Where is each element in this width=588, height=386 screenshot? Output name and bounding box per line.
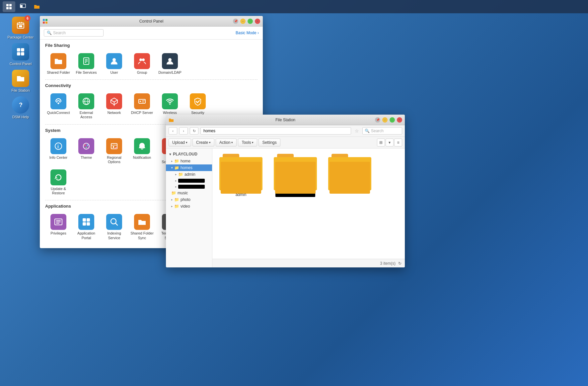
cp-icon-info-center[interactable]: i Info Center xyxy=(45,136,72,166)
cp-icon-network[interactable]: Network xyxy=(101,91,127,121)
svg-rect-53 xyxy=(87,218,90,222)
fs-view-option-btn[interactable]: ▾ xyxy=(386,139,394,146)
fs-search-icon: 🔍 xyxy=(365,129,370,133)
fs-toolbar: ‹ › ↻ ☆ 🔍 Search xyxy=(166,125,405,137)
fs-maximize-btn[interactable]: □ xyxy=(390,117,395,123)
cp-close-btn[interactable]: × xyxy=(255,19,260,24)
fs-refresh-icon[interactable]: ↻ xyxy=(398,261,402,266)
fs-bookmark-btn[interactable]: ☆ xyxy=(353,127,360,135)
cp-icon-domain-ldap[interactable]: AD Domain/LDAP xyxy=(157,51,183,77)
fs-minimize-btn[interactable]: − xyxy=(382,117,388,123)
svg-rect-54 xyxy=(83,222,86,226)
control-panel-controls: 📌 − □ × xyxy=(233,19,260,24)
desktop-icon-package-center[interactable]: 6 Package Center xyxy=(7,17,34,40)
fs-title-icon xyxy=(169,117,174,123)
fs-search-box[interactable]: 🔍 Search xyxy=(362,127,402,135)
file-station-label: File Station xyxy=(11,88,30,93)
upload-arrow-icon: ▾ xyxy=(186,141,187,144)
fs-actions-bar: Upload ▾ Create ▾ Action ▾ Tools ▾ Setti… xyxy=(166,137,405,148)
cp-maximize-btn[interactable]: □ xyxy=(248,19,253,24)
fs-settings-btn[interactable]: Settings xyxy=(258,139,280,146)
fs-tree-music[interactable]: 📁 music xyxy=(166,190,212,196)
cp-icon-user[interactable]: User xyxy=(101,51,127,77)
cp-icon-notification[interactable]: Notification xyxy=(129,136,155,166)
fs-tools-btn[interactable]: Tools ▾ xyxy=(238,139,257,146)
fs-address-bar[interactable] xyxy=(200,127,351,135)
cp-label-file-services: File Services xyxy=(76,70,97,75)
svg-rect-13 xyxy=(43,19,45,21)
cp-icon-shared-folder-sync[interactable]: Shared Folder Sync xyxy=(129,212,155,242)
fs-root-label: ▼ PLAYCLOUD xyxy=(166,150,212,158)
music-folder-icon: 📁 xyxy=(171,191,176,195)
home-arrow-icon: ▸ xyxy=(171,159,173,163)
fs-close-btn[interactable]: × xyxy=(397,117,402,123)
fs-tree-admin[interactable]: ▸ 📁 admin xyxy=(166,171,212,178)
cp-mode-link[interactable]: Basic Mode › xyxy=(236,31,259,35)
taskbar-btn-window[interactable] xyxy=(17,1,29,12)
svg-point-23 xyxy=(142,58,145,61)
fs-list-view-btn[interactable]: ≡ xyxy=(394,139,402,146)
file-station-title: File Station xyxy=(275,118,295,122)
svg-line-57 xyxy=(115,223,117,225)
fs-upload-btn[interactable]: Upload ▾ xyxy=(169,139,191,146)
cp-label-shared-folder: Shared Folder xyxy=(47,70,70,75)
svg-rect-1 xyxy=(9,4,12,6)
cp-icon-shared-folder[interactable]: Shared Folder xyxy=(45,51,72,77)
package-center-label: Package Center xyxy=(8,35,34,40)
fs-tree-video[interactable]: ▸ 📁 video xyxy=(166,203,212,210)
control-panel-title: Control Panel xyxy=(139,19,164,24)
desktop-icon-dsm-help[interactable]: ? DSM Help xyxy=(7,96,34,119)
cp-icon-group[interactable]: Group xyxy=(129,51,155,77)
svg-point-21 xyxy=(112,58,116,61)
fs-status-bar: 3 item(s) ↻ xyxy=(212,259,405,267)
fs-tree-redacted2[interactable]: ▸ xyxy=(166,184,212,190)
r2-arrow-icon: ▸ xyxy=(175,185,177,188)
file-sharing-icons: Shared Folder File Services User Group xyxy=(45,51,257,77)
taskbar-btn-grid[interactable] xyxy=(3,1,15,12)
cp-title-icon xyxy=(42,19,48,24)
cp-icon-indexing-service[interactable]: Indexing Service xyxy=(101,212,127,242)
fs-main-area: admin xyxy=(212,148,405,267)
cp-icon-update-restore[interactable]: Update & Restore xyxy=(45,167,72,197)
taskbar-btn-folder[interactable] xyxy=(31,1,43,12)
cp-icon-theme[interactable]: Theme xyxy=(73,136,100,166)
cp-icon-quickconnect[interactable]: QuickConnect xyxy=(45,91,72,121)
svg-rect-3 xyxy=(9,7,12,9)
svg-rect-5 xyxy=(20,5,23,8)
fs-refresh-btn[interactable]: ↻ xyxy=(190,127,198,135)
fs-tree-home[interactable]: ▸ 📁 home xyxy=(166,158,212,164)
fs-back-btn[interactable]: ‹ xyxy=(169,127,177,135)
photo-folder-icon: 📁 xyxy=(174,197,179,202)
fs-grid-view-btn[interactable]: ⊞ xyxy=(377,139,385,146)
cp-search-input[interactable]: 🔍 Search xyxy=(44,29,104,37)
home-folder-icon: 📁 xyxy=(174,159,179,163)
svg-rect-10 xyxy=(17,52,20,55)
fs-action-btn[interactable]: Action ▾ xyxy=(216,139,237,146)
fs-folder-redacted[interactable] xyxy=(272,154,319,197)
cp-label-application-portal: Application Portal xyxy=(74,231,98,240)
cp-icon-application-portal[interactable]: Application Portal xyxy=(73,212,100,242)
desktop-icon-file-station[interactable]: File Station xyxy=(7,70,34,93)
fs-tree-photo[interactable]: ▸ 📁 photo xyxy=(166,196,212,203)
svg-point-38 xyxy=(87,145,88,146)
cp-label-privileges: Privileges xyxy=(50,231,66,236)
cp-icon-dhcp-server[interactable]: DHCP Server xyxy=(129,91,155,121)
cp-pin-btn[interactable]: 📌 xyxy=(233,19,238,24)
fs-forward-btn[interactable]: › xyxy=(179,127,188,135)
cp-icon-external-access[interactable]: External Access xyxy=(73,91,100,121)
fs-pin-btn[interactable]: 📌 xyxy=(375,117,380,123)
cp-icon-privileges[interactable]: Privileges xyxy=(45,212,72,242)
fs-tree-homes[interactable]: ▾ 📁 homes xyxy=(166,164,212,171)
cp-icon-regional-options[interactable]: Regional Options xyxy=(101,136,127,166)
svg-point-33 xyxy=(169,103,171,105)
desktop-icon-control-panel[interactable]: Control Panel xyxy=(7,43,34,66)
cp-minimize-btn[interactable]: − xyxy=(240,19,246,24)
fs-create-btn[interactable]: Create ▾ xyxy=(192,139,214,146)
cp-label-regional-options: Regional Options xyxy=(102,155,126,164)
fs-tree-redacted1[interactable]: ▸ xyxy=(166,178,212,184)
cp-icon-file-services[interactable]: File Services xyxy=(73,51,100,77)
svg-text:i: i xyxy=(57,144,59,149)
fs-item-count: 3 item(s) xyxy=(380,261,396,266)
fs-folder-admin[interactable]: admin xyxy=(218,154,264,197)
fs-folder-3[interactable] xyxy=(327,154,373,197)
